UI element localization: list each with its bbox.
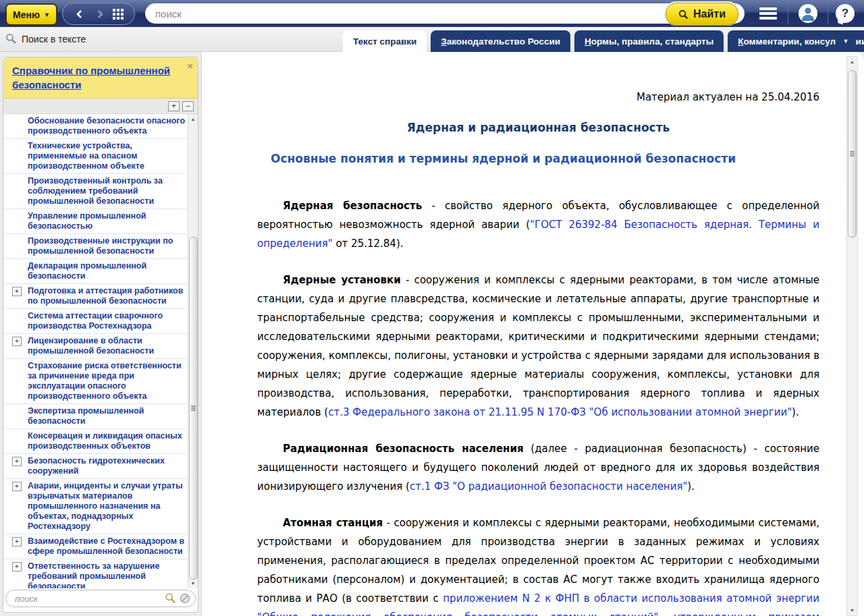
tree-item[interactable]: +Лицензирование в области промышленной б… [3,333,188,358]
tree-item-label: Технические устройства, применяемые на о… [28,141,144,171]
caret-down-icon: ▼ [843,38,849,45]
tree-scrollbar[interactable]: ▲ ▼ [188,114,198,588]
tree-item-label: Система аттестации сварочного производст… [28,311,163,331]
document-subtitle: Основные понятия и термины ядерной и рад… [257,152,819,165]
tree-item[interactable]: +Подготовка и аттестация работников по п… [3,283,188,308]
document-link[interactable]: ст.1 ФЗ "О радиационной безопасности нас… [410,480,687,493]
tree-item-label: Управление промышленной безопасностью [28,211,146,231]
tree-item-label: Декларация промышленной безопасности [28,261,146,281]
document-title: Ядерная и радиационная безопасность [257,121,819,134]
collapse-all-button[interactable]: − [182,101,194,111]
tree-item[interactable]: Декларация промышленной безопасности [3,258,188,283]
history-nav-group [62,3,135,25]
expand-plus-icon[interactable]: + [12,287,22,296]
expand-plus-icon[interactable]: + [12,457,22,466]
toolbar-divider [828,3,828,24]
text: ). [792,406,799,418]
tree-item[interactable]: Технические устройства, применяемые на о… [3,138,188,173]
tree-item[interactable]: +Безопасность гидротехнических сооружени… [3,453,188,478]
scroll-down-icon[interactable]: ▼ [188,578,198,588]
expand-all-button[interactable]: + [168,101,180,111]
sidebar: Справочник по промышленной безопасности … [0,52,201,616]
tree-item-label: Экспертиза промышленной безопасности [28,406,144,426]
tree-item[interactable]: +Взаимодействие с Ростехнадзором в сфере… [3,534,188,559]
topic-tree: Обоснование безопасности опасного произв… [3,114,188,588]
tree-toolbar: + − [3,99,198,114]
global-search-input[interactable] [145,3,745,24]
document-paragraphs: Ядерная безопасность - свойство ядерного… [257,196,819,616]
reference-book-title-link[interactable]: Справочник по промышленной безопасности [12,65,170,90]
search-icon [5,33,17,45]
document-panel: Материал актуален на 25.04.2016 Ядерная … [201,52,864,616]
tree-scroll-area: Обоснование безопасности опасного произв… [3,114,198,588]
user-avatar-icon[interactable] [799,4,817,23]
expand-plus-icon[interactable]: + [12,337,22,346]
help-icon[interactable]: ? [836,4,855,23]
tree-item[interactable]: Управление промышленной безопасностью [3,208,188,233]
tab-bar: Текст справкиЗаконодательство РоссииНорм… [343,30,864,52]
tree-item-label: Обоснование безопасности опасного произв… [28,116,185,136]
clear-filter-icon[interactable] [180,593,190,604]
term: Атомная станция [283,517,383,529]
term: Ядерная безопасность [283,200,422,212]
text: - сооружения и комплексы с ядерными реак… [257,274,819,418]
tab-законодательство-россии[interactable]: Законодательство России [431,30,570,52]
document-paragraph: Атомная станция - сооружения и комплексы… [257,513,819,616]
tab-текст-справки[interactable]: Текст справки [343,30,427,52]
tree-item-label: Страхование риска ответственности за при… [28,361,182,401]
hamburger-menu-icon[interactable] [759,7,777,10]
tree-item-label: Аварии, инциденты и случаи утраты взрывч… [28,481,183,531]
tree-item[interactable]: +Ответственность за нарушение требований… [3,559,188,588]
forward-icon[interactable] [96,10,104,18]
menu-button[interactable]: Меню ▼ [5,3,57,26]
find-button[interactable]: Найти [664,1,740,26]
reference-book-panel: Справочник по промышленной безопасности … [3,57,198,613]
find-button-label: Найти [693,8,726,20]
search-in-text-button[interactable]: Поиск в тексте [5,33,86,45]
scroll-up-icon[interactable]: ▲ [188,114,198,124]
text: ). [687,480,695,493]
document-link[interactable]: ст.3 Федерального закона от 21.11.95 N 1… [328,406,792,418]
search-icon[interactable] [165,592,176,604]
tab-нормы-правила-стандарты[interactable]: Нормы, правила, стандарты [574,30,724,52]
tree-item-label: Производственные инструкции по промышлен… [28,236,173,256]
document-paragraph: Радиационная безопасность населения (дал… [257,439,819,496]
tree-item[interactable]: Обоснование безопасности опасного произв… [3,114,188,138]
apps-grid-icon[interactable] [113,9,115,11]
tree-scrollbar-thumb[interactable] [189,237,198,580]
tree-item-label: Производственный контроль за соблюдением… [28,176,163,206]
actuality-note: Материал актуален на 25.04.2016 [257,91,819,103]
back-icon[interactable] [76,10,84,18]
tree-search-row [5,590,196,610]
scroll-up-icon[interactable]: ▲ [847,57,857,67]
tree-item[interactable]: Производственный контроль за соблюдением… [3,173,188,208]
tree-item-label: Взаимодействие с Ростехнадзором в сфере … [28,536,184,556]
tree-item[interactable]: Производственные инструкции по промышлен… [3,233,188,258]
tree-item[interactable]: Экспертиза промышленной безопасности [3,403,188,428]
tree-item[interactable]: Страхование риска ответственности за при… [3,358,188,403]
tab-overflow-button[interactable]: ▼ [836,30,856,52]
document-body: Материал актуален на 25.04.2016 Ядерная … [202,52,837,616]
toolbar-divider [788,3,788,24]
close-icon[interactable]: × [187,61,193,71]
sidebar-header: Справочник по промышленной безопасности … [3,57,198,99]
expand-plus-icon[interactable]: + [12,482,22,491]
expand-plus-icon[interactable]: + [12,562,22,571]
expand-plus-icon[interactable]: + [12,537,22,547]
tree-item-label: Ответственность за нарушение требований … [28,561,159,588]
tree-item[interactable]: Система аттестации сварочного производст… [3,308,188,333]
tree-item-label: Подготовка и аттестация работников по пр… [28,286,183,306]
term: Радиационная безопасность населения [283,443,524,455]
tree-item[interactable]: Консервация и ликвидация опасных произво… [3,428,188,453]
document-scrollbar[interactable]: ▲ ▼ [846,56,858,616]
search-in-text-label: Поиск в тексте [22,34,86,45]
document-paragraph: Ядерные установки - сооружения и комплек… [257,271,819,422]
document-scrollbar-thumb[interactable] [848,70,857,237]
scroll-down-icon[interactable]: ▼ [847,605,857,615]
term: Ядерные установки [283,274,401,286]
caret-down-icon: ▼ [44,11,50,18]
tree-item[interactable]: +Аварии, инциденты и случаи утраты взрыв… [3,478,188,534]
text: - сооружения и комплексы с ядерными реак… [257,517,819,605]
tree-item-label: Лицензирование в области промышленной бе… [28,336,154,356]
search-icon [678,9,688,20]
